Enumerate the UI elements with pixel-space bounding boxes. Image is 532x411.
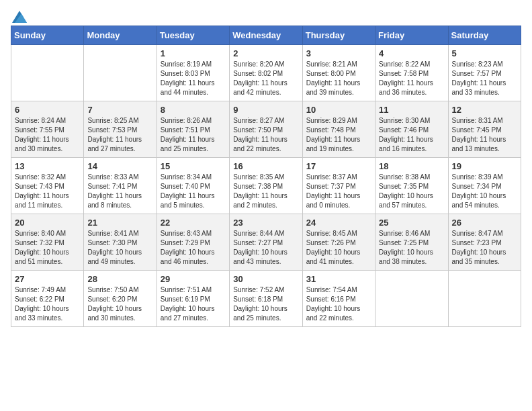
- calendar-cell: 5Sunrise: 8:23 AM Sunset: 7:57 PM Daylig…: [448, 45, 521, 101]
- day-number: 30: [233, 274, 298, 284]
- day-number: 2: [233, 48, 298, 58]
- calendar-cell: 17Sunrise: 8:37 AM Sunset: 7:37 PM Dayli…: [302, 158, 375, 214]
- calendar-week-row: 6Sunrise: 8:24 AM Sunset: 7:55 PM Daylig…: [11, 101, 521, 158]
- calendar-cell: [375, 271, 448, 327]
- calendar-cell: 9Sunrise: 8:27 AM Sunset: 7:50 PM Daylig…: [230, 101, 302, 158]
- day-info: Sunrise: 8:44 AM Sunset: 7:27 PM Dayligh…: [233, 229, 298, 267]
- day-number: 17: [306, 161, 371, 171]
- day-number: 18: [379, 161, 444, 171]
- calendar-cell: 21Sunrise: 8:41 AM Sunset: 7:30 PM Dayli…: [84, 214, 157, 271]
- day-number: 7: [87, 105, 152, 115]
- calendar-cell: 11Sunrise: 8:30 AM Sunset: 7:46 PM Dayli…: [375, 101, 448, 158]
- day-info: Sunrise: 8:30 AM Sunset: 7:46 PM Dayligh…: [379, 116, 444, 154]
- weekday-header: Friday: [375, 26, 448, 45]
- calendar-cell: 2Sunrise: 8:20 AM Sunset: 8:02 PM Daylig…: [230, 45, 302, 101]
- calendar-cell: 23Sunrise: 8:44 AM Sunset: 7:27 PM Dayli…: [230, 214, 302, 271]
- day-number: 31: [306, 274, 371, 284]
- calendar-cell: 25Sunrise: 8:46 AM Sunset: 7:25 PM Dayli…: [375, 214, 448, 271]
- calendar-cell: 15Sunrise: 8:34 AM Sunset: 7:40 PM Dayli…: [157, 158, 229, 214]
- day-info: Sunrise: 8:41 AM Sunset: 7:30 PM Dayligh…: [87, 229, 152, 267]
- day-info: Sunrise: 8:23 AM Sunset: 7:57 PM Dayligh…: [452, 60, 517, 97]
- day-info: Sunrise: 8:25 AM Sunset: 7:53 PM Dayligh…: [87, 116, 152, 154]
- day-number: 6: [15, 105, 80, 115]
- weekday-header: Monday: [84, 26, 157, 45]
- day-info: Sunrise: 8:21 AM Sunset: 8:00 PM Dayligh…: [306, 60, 371, 97]
- day-number: 24: [306, 218, 371, 228]
- calendar-week-row: 27Sunrise: 7:49 AM Sunset: 6:22 PM Dayli…: [11, 271, 521, 327]
- day-number: 13: [15, 161, 80, 171]
- weekday-header: Thursday: [302, 26, 375, 45]
- day-info: Sunrise: 8:38 AM Sunset: 7:35 PM Dayligh…: [379, 173, 444, 210]
- calendar-table: SundayMondayTuesdayWednesdayThursdayFrid…: [11, 26, 521, 327]
- day-number: 23: [233, 218, 298, 228]
- calendar-cell: 6Sunrise: 8:24 AM Sunset: 7:55 PM Daylig…: [11, 101, 84, 158]
- day-info: Sunrise: 8:35 AM Sunset: 7:38 PM Dayligh…: [233, 173, 298, 210]
- day-info: Sunrise: 7:54 AM Sunset: 6:16 PM Dayligh…: [306, 285, 371, 323]
- calendar-cell: 13Sunrise: 8:32 AM Sunset: 7:43 PM Dayli…: [11, 158, 84, 214]
- day-info: Sunrise: 8:20 AM Sunset: 8:02 PM Dayligh…: [233, 60, 298, 97]
- day-number: 11: [379, 105, 444, 115]
- day-info: Sunrise: 7:51 AM Sunset: 6:19 PM Dayligh…: [161, 285, 226, 323]
- day-info: Sunrise: 7:49 AM Sunset: 6:22 PM Dayligh…: [15, 285, 80, 323]
- day-info: Sunrise: 8:39 AM Sunset: 7:34 PM Dayligh…: [452, 173, 517, 210]
- day-number: 4: [379, 48, 444, 58]
- day-number: 29: [161, 274, 226, 284]
- day-info: Sunrise: 8:34 AM Sunset: 7:40 PM Dayligh…: [161, 173, 226, 210]
- day-info: Sunrise: 8:46 AM Sunset: 7:25 PM Dayligh…: [379, 229, 444, 267]
- calendar-week-row: 1Sunrise: 8:19 AM Sunset: 8:03 PM Daylig…: [11, 45, 521, 101]
- calendar-cell: 3Sunrise: 8:21 AM Sunset: 8:00 PM Daylig…: [302, 45, 375, 101]
- day-info: Sunrise: 8:37 AM Sunset: 7:37 PM Dayligh…: [306, 173, 371, 210]
- day-info: Sunrise: 8:24 AM Sunset: 7:55 PM Dayligh…: [15, 116, 80, 154]
- day-number: 20: [15, 218, 80, 228]
- day-number: 16: [233, 161, 298, 171]
- calendar-cell: 24Sunrise: 8:45 AM Sunset: 7:26 PM Dayli…: [302, 214, 375, 271]
- calendar-cell: 4Sunrise: 8:22 AM Sunset: 7:58 PM Daylig…: [375, 45, 448, 101]
- logo-icon: [12, 11, 27, 23]
- calendar-cell: 22Sunrise: 8:43 AM Sunset: 7:29 PM Dayli…: [157, 214, 229, 271]
- weekday-header: Sunday: [11, 26, 84, 45]
- day-number: 3: [306, 48, 371, 58]
- day-info: Sunrise: 8:45 AM Sunset: 7:26 PM Dayligh…: [306, 229, 371, 267]
- calendar-cell: [448, 271, 521, 327]
- calendar-cell: 29Sunrise: 7:51 AM Sunset: 6:19 PM Dayli…: [157, 271, 229, 327]
- calendar-cell: [84, 45, 157, 101]
- calendar-cell: 12Sunrise: 8:31 AM Sunset: 7:45 PM Dayli…: [448, 101, 521, 158]
- day-info: Sunrise: 7:50 AM Sunset: 6:20 PM Dayligh…: [87, 285, 152, 323]
- weekday-header: Tuesday: [157, 26, 229, 45]
- calendar-cell: 31Sunrise: 7:54 AM Sunset: 6:16 PM Dayli…: [302, 271, 375, 327]
- day-info: Sunrise: 8:31 AM Sunset: 7:45 PM Dayligh…: [452, 116, 517, 154]
- weekday-header: Wednesday: [230, 26, 302, 45]
- calendar-cell: 1Sunrise: 8:19 AM Sunset: 8:03 PM Daylig…: [157, 45, 229, 101]
- calendar-week-row: 20Sunrise: 8:40 AM Sunset: 7:32 PM Dayli…: [11, 214, 521, 271]
- calendar-cell: 14Sunrise: 8:33 AM Sunset: 7:41 PM Dayli…: [84, 158, 157, 214]
- day-number: 25: [379, 218, 444, 228]
- calendar-cell: 18Sunrise: 8:38 AM Sunset: 7:35 PM Dayli…: [375, 158, 448, 214]
- calendar-header-row: SundayMondayTuesdayWednesdayThursdayFrid…: [11, 26, 521, 45]
- calendar-week-row: 13Sunrise: 8:32 AM Sunset: 7:43 PM Dayli…: [11, 158, 521, 214]
- day-number: 28: [87, 274, 152, 284]
- day-info: Sunrise: 8:19 AM Sunset: 8:03 PM Dayligh…: [161, 60, 226, 97]
- calendar-cell: [11, 45, 84, 101]
- day-info: Sunrise: 8:33 AM Sunset: 7:41 PM Dayligh…: [87, 173, 152, 210]
- day-number: 10: [306, 105, 371, 115]
- day-number: 5: [452, 48, 517, 58]
- calendar-cell: 27Sunrise: 7:49 AM Sunset: 6:22 PM Dayli…: [11, 271, 84, 327]
- day-number: 1: [161, 48, 226, 58]
- day-info: Sunrise: 8:47 AM Sunset: 7:23 PM Dayligh…: [452, 229, 517, 267]
- day-info: Sunrise: 8:26 AM Sunset: 7:51 PM Dayligh…: [161, 116, 226, 154]
- day-info: Sunrise: 8:40 AM Sunset: 7:32 PM Dayligh…: [15, 229, 80, 267]
- calendar-cell: 16Sunrise: 8:35 AM Sunset: 7:38 PM Dayli…: [230, 158, 302, 214]
- day-number: 26: [452, 218, 517, 228]
- day-number: 21: [87, 218, 152, 228]
- day-number: 15: [161, 161, 226, 171]
- calendar-cell: 20Sunrise: 8:40 AM Sunset: 7:32 PM Dayli…: [11, 214, 84, 271]
- page-header: [11, 11, 521, 20]
- day-number: 22: [161, 218, 226, 228]
- day-info: Sunrise: 8:32 AM Sunset: 7:43 PM Dayligh…: [15, 173, 80, 210]
- day-number: 9: [233, 105, 298, 115]
- logo: [11, 11, 27, 20]
- calendar-cell: 8Sunrise: 8:26 AM Sunset: 7:51 PM Daylig…: [157, 101, 229, 158]
- calendar-cell: 26Sunrise: 8:47 AM Sunset: 7:23 PM Dayli…: [448, 214, 521, 271]
- day-info: Sunrise: 8:29 AM Sunset: 7:48 PM Dayligh…: [306, 116, 371, 154]
- day-number: 27: [15, 274, 80, 284]
